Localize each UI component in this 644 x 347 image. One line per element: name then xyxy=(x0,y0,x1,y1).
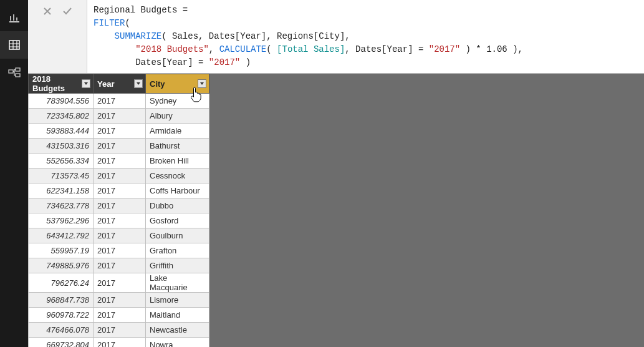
cell-year[interactable]: 2017 xyxy=(94,154,146,169)
cell-budget[interactable]: 960978.722 xyxy=(29,308,94,323)
cell-year[interactable]: 2017 xyxy=(94,198,146,213)
cell-city[interactable]: Grafton xyxy=(146,243,209,258)
cell-city[interactable]: Lismore xyxy=(146,293,209,308)
cell-city[interactable]: Sydney xyxy=(146,94,209,109)
cell-city[interactable]: Armidale xyxy=(146,124,209,139)
cell-year[interactable]: 2017 xyxy=(94,94,146,109)
table-row[interactable]: 552656.3342017Broken Hill xyxy=(29,154,209,169)
cell-year[interactable]: 2017 xyxy=(94,213,146,228)
cell-year[interactable]: 2017 xyxy=(94,258,146,273)
cell-budget[interactable]: 783904.556 xyxy=(29,94,94,109)
kw-summarize: SUMMARIZE xyxy=(115,31,162,41)
cell-budget[interactable]: 734623.778 xyxy=(29,198,94,213)
view-nav-rail xyxy=(0,0,28,347)
table-row[interactable]: 559957.192017Grafton xyxy=(29,243,209,258)
table-row[interactable]: 968847.7382017Lismore xyxy=(29,293,209,308)
cell-year[interactable]: 2017 xyxy=(94,109,146,124)
lit-year-2: "2017" xyxy=(209,57,240,67)
cell-year[interactable]: 2017 xyxy=(94,293,146,308)
chart-icon xyxy=(8,12,21,23)
cell-year[interactable]: 2017 xyxy=(94,183,146,198)
table-row[interactable]: 643412.7922017Goulburn xyxy=(29,228,209,243)
cell-budget[interactable]: 749885.976 xyxy=(29,258,94,273)
model-icon xyxy=(7,67,21,78)
cell-budget[interactable]: 593883.444 xyxy=(29,124,94,139)
cell-city[interactable]: Coffs Harbour xyxy=(146,183,209,198)
cell-budget[interactable]: 669732.804 xyxy=(29,338,94,348)
data-table: 2018 Budgets Year City 783904.5562017Syd… xyxy=(28,74,209,347)
commit-formula-button[interactable] xyxy=(57,2,77,20)
table-row[interactable]: 537962.2962017Gosford xyxy=(29,213,209,228)
column-filter-button[interactable] xyxy=(198,79,206,88)
column-filter-button[interactable] xyxy=(82,79,90,88)
column-header-year[interactable]: Year xyxy=(94,74,146,94)
close-icon xyxy=(42,6,52,16)
cell-budget[interactable]: 622341.158 xyxy=(29,183,94,198)
column-header-label: City xyxy=(150,79,165,89)
formula-line1: Regional Budgets = xyxy=(94,5,188,15)
cell-year[interactable]: 2017 xyxy=(94,139,146,154)
cell-city[interactable]: Maitland xyxy=(146,308,209,323)
svg-rect-2 xyxy=(16,68,20,71)
cell-year[interactable]: 2017 xyxy=(94,169,146,183)
cell-budget[interactable]: 968847.738 xyxy=(29,293,94,308)
column-filter-button[interactable] xyxy=(134,79,143,88)
cell-city[interactable]: Bathurst xyxy=(146,139,209,154)
cell-city[interactable]: Dubbo xyxy=(146,198,209,213)
model-view-tab[interactable] xyxy=(0,59,28,86)
main-area: Regional Budgets = FILTER( SUMMARIZE( Sa… xyxy=(28,0,644,347)
table-row[interactable]: 723345.8022017Albury xyxy=(29,109,209,124)
table-row[interactable]: 749885.9762017Griffith xyxy=(29,258,209,273)
cancel-formula-button[interactable] xyxy=(37,2,57,20)
column-header-label: 2018 Budgets xyxy=(32,74,82,93)
cell-city[interactable]: Lake Macquarie xyxy=(146,273,209,293)
cell-budget[interactable]: 476466.078 xyxy=(29,323,94,338)
cell-budget[interactable]: 552656.334 xyxy=(29,154,94,169)
cell-city[interactable]: Goulburn xyxy=(146,228,209,243)
cell-city[interactable]: Broken Hill xyxy=(146,154,209,169)
kw-filter: FILTER xyxy=(94,18,125,28)
svg-rect-0 xyxy=(9,41,19,49)
cell-budget[interactable]: 431503.316 xyxy=(29,139,94,154)
report-view-tab[interactable] xyxy=(0,4,28,31)
cell-year[interactable]: 2017 xyxy=(94,228,146,243)
check-icon xyxy=(62,6,73,16)
column-header-budgets[interactable]: 2018 Budgets xyxy=(29,74,94,94)
cell-budget[interactable]: 537962.296 xyxy=(29,213,94,228)
cell-city[interactable]: Albury xyxy=(146,109,209,124)
cell-city[interactable]: Newcastle xyxy=(146,323,209,338)
cell-city[interactable]: Griffith xyxy=(146,258,209,273)
table-row[interactable]: 431503.3162017Bathurst xyxy=(29,139,209,154)
table-row[interactable]: 796276.242017Lake Macquarie xyxy=(29,273,209,293)
cell-year[interactable]: 2017 xyxy=(94,273,146,293)
cell-budget[interactable]: 713573.45 xyxy=(29,169,94,183)
table-row[interactable]: 713573.452017Cessnock xyxy=(29,169,209,183)
cell-year[interactable]: 2017 xyxy=(94,308,146,323)
table-row[interactable]: 669732.8042017Nowra xyxy=(29,338,209,348)
cell-budget[interactable]: 643412.792 xyxy=(29,228,94,243)
table-row[interactable]: 593883.4442017Armidale xyxy=(29,124,209,139)
cell-year[interactable]: 2017 xyxy=(94,124,146,139)
cell-year[interactable]: 2017 xyxy=(94,243,146,258)
column-header-city[interactable]: City xyxy=(146,74,209,94)
svg-rect-1 xyxy=(9,70,13,73)
table-row[interactable]: 734623.7782017Dubbo xyxy=(29,198,209,213)
lit-year-1: "2017" xyxy=(429,44,460,54)
data-view-tab[interactable] xyxy=(0,31,28,59)
cell-city[interactable]: Gosford xyxy=(146,213,209,228)
cell-budget[interactable]: 723345.802 xyxy=(29,109,94,124)
cell-year[interactable]: 2017 xyxy=(94,323,146,338)
kw-calculate: CALCULATE xyxy=(219,44,267,54)
cell-budget[interactable]: 559957.19 xyxy=(29,243,94,258)
formula-editor[interactable]: Regional Budgets = FILTER( SUMMARIZE( Sa… xyxy=(87,0,644,73)
table-row[interactable]: 783904.5562017Sydney xyxy=(29,94,209,109)
table-row[interactable]: 622341.1582017Coffs Harbour xyxy=(29,183,209,198)
cell-year[interactable]: 2017 xyxy=(94,338,146,348)
cell-city[interactable]: Nowra xyxy=(146,338,209,348)
cell-city[interactable]: Cessnock xyxy=(146,169,209,183)
table-row[interactable]: 476466.0782017Newcastle xyxy=(29,323,209,338)
table-row[interactable]: 960978.7222017Maitland xyxy=(29,308,209,323)
data-table-wrap: 2018 Budgets Year City 783904.5562017Syd… xyxy=(28,74,644,347)
cell-budget[interactable]: 796276.24 xyxy=(29,273,94,293)
measure-total-sales: [Total Sales] xyxy=(277,44,345,54)
